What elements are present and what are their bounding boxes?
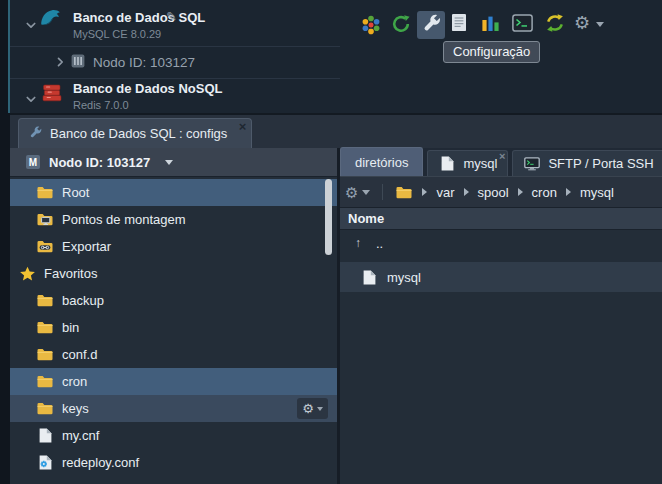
row-actions-gear-button[interactable]: ⚙ [297,398,328,419]
column-header-nome[interactable]: Nome [340,207,662,230]
folder-icon [36,375,54,388]
mysql-badge-icon: M [26,155,40,169]
main-tab-bar: Banco de Dados SQL : configs × [10,113,662,148]
tree-item-label: keys [62,401,89,416]
services-icon[interactable] [360,14,382,39]
folder-icon [36,321,54,334]
separator [10,46,340,47]
up-icon: ↑ [349,237,367,249]
breadcrumb-item-cron[interactable]: cron [532,185,557,200]
app-window: Banco de Dados SQL ✎ MySQL CE 8.0.29 Nod… [0,0,662,484]
breadcrumb-item-mysql[interactable]: mysql [580,185,614,200]
tooltip: Configuração [443,41,540,63]
breadcrumb-arrow-icon [518,188,523,196]
tree-item-cron[interactable]: cron [10,368,337,395]
separator [10,78,340,79]
breadcrumb-item-var[interactable]: var [436,185,454,200]
statistics-icon[interactable] [481,14,500,35]
logs-icon[interactable] [451,13,467,35]
tab-close-icon[interactable]: × [499,150,505,162]
chevron-down-icon [165,160,173,165]
tree-item-pontos-de-montagem[interactable]: Pontos de montagem [10,206,337,233]
settings-gear-icon[interactable]: ⚙ [574,14,590,32]
wrench-icon [29,126,42,142]
sql-server-title[interactable]: Banco de Dados SQL [73,10,205,25]
redis-icon [41,83,63,106]
tree-item-label: cron [62,374,87,389]
chevron-down-icon [362,190,370,195]
sync-icon[interactable] [544,13,566,36]
tree-item-redeploy-conf[interactable]: redeploy.conf [10,449,337,476]
right-tabs: diretóriosmysql×SFTP / Porta SSH [340,148,662,177]
tree-section-favoritos[interactable]: Favoritos [10,260,337,287]
folder-icon [36,294,54,307]
file-list: ↑..mysql [340,230,662,292]
tab-close-icon[interactable]: × [239,119,247,134]
folder-icon [36,402,54,415]
tree-item-bin[interactable]: bin [10,314,337,341]
server-tree: Banco de Dados SQL ✎ MySQL CE 8.0.29 Nod… [10,0,662,113]
list-item-label: mysql [387,270,421,285]
file-tree-panel: M Nodo ID: 103127 RootPontos de montagem… [10,148,337,484]
nosql-server-title[interactable]: Banco de Dados NoSQL [73,81,223,96]
tree-item-label: conf.d [62,347,97,362]
breadcrumb-arrow-icon [464,188,469,196]
breadcrumb-item-spool[interactable]: spool [478,185,509,200]
chevron-down-icon[interactable] [26,91,36,106]
node-selector-label: Nodo ID: 103127 [49,155,150,170]
tab-mysql[interactable]: mysql× [427,150,508,176]
breadcrumb-arrow-icon [566,188,571,196]
edit-pencil-icon[interactable]: ✎ [166,9,177,24]
tree-item-label: redeploy.conf [62,455,139,470]
tab-diret-rios[interactable]: diretórios [340,147,423,176]
settings-caret-icon[interactable] [596,22,604,27]
sql-server-version: MySQL CE 8.0.29 [73,28,161,40]
tree-item-root[interactable]: Root [10,179,337,206]
tree-item-keys[interactable]: keys⚙ [10,395,337,422]
chevron-right-icon[interactable] [57,55,64,70]
tree-item-conf-d[interactable]: conf.d [10,341,337,368]
node-selector[interactable]: M Nodo ID: 103127 [10,148,337,177]
list-item-label: .. [376,236,383,251]
configure-wrench-icon [422,14,441,36]
node-id-label[interactable]: Nodo ID: 103127 [93,55,195,70]
list-item-mysql[interactable]: mysql [340,262,662,292]
list-item-[interactable]: ↑.. [340,230,662,256]
breadcrumb-gear-button[interactable]: ⚙ [345,185,370,200]
gear-icon: ⚙ [345,185,358,200]
star-icon [18,266,36,282]
tab-banco-de-dados-sql-configs[interactable]: Banco de Dados SQL : configs × [18,118,252,148]
tree-item-label: Pontos de montagem [62,212,186,227]
directory-panel: diretóriosmysql×SFTP / Porta SSH ⚙ varsp… [340,148,662,484]
tree-item-label: Exportar [62,239,111,254]
folder-icon[interactable] [395,186,413,199]
folder-icon [36,348,54,361]
tree-item-label: Favoritos [44,266,97,281]
restart-icon[interactable] [391,14,411,37]
tree-item-label: backup [62,293,104,308]
tree-item-label: Root [62,185,89,200]
configure-button[interactable] [417,11,445,39]
tree-item-exportar[interactable]: Exportar [10,233,337,260]
file-tree: RootPontos de montagemExportarFavoritosb… [10,179,337,476]
nosql-server-version: Redis 7.0.0 [73,99,129,111]
folder-export-icon [36,240,54,253]
chevron-down-icon [317,407,323,411]
monitor-icon [523,157,541,171]
tab-sftp-porta-ssh[interactable]: SFTP / Porta SSH [512,150,662,176]
tree-item-my-cnf[interactable]: my.cnf [10,422,337,449]
terminal-icon[interactable] [512,14,533,35]
tree-item-label: bin [62,320,79,335]
tab-label: diretórios [355,155,408,170]
tab-label: SFTP / Porta SSH [548,156,653,171]
breadcrumb-arrow-icon [422,188,427,196]
folder-icon [36,186,54,199]
scrollbar-thumb[interactable] [325,179,332,255]
tree-item-backup[interactable]: backup [10,287,337,314]
mysql-dolphin-icon [38,5,64,34]
breadcrumb-items: varspoolcronmysql [422,185,613,200]
tab-label: Banco de Dados SQL : configs [50,126,227,141]
node-icon [71,54,85,71]
chevron-down-icon[interactable] [26,17,36,32]
gear-icon: ⚙ [302,402,314,415]
